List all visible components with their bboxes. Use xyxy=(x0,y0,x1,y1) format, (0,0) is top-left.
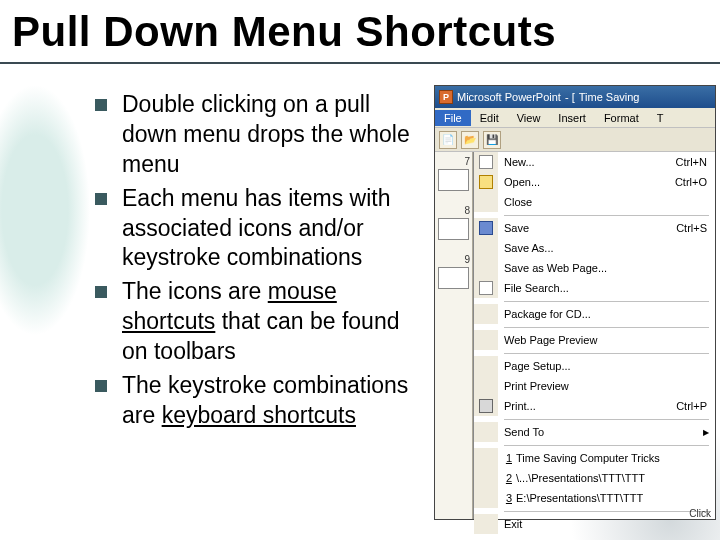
menu-item-label: Time Saving Computer Tricks xyxy=(516,452,715,464)
menu-item-save[interactable]: SaveCtrl+S xyxy=(474,218,715,238)
app-name: Microsoft PowerPoint xyxy=(457,91,561,103)
keyboard-shortcut: Ctrl+S xyxy=(676,222,715,234)
menu-item-close[interactable]: Close xyxy=(474,192,715,212)
toolbar-new-icon[interactable]: 📄 xyxy=(439,131,457,149)
slide-thumbnail[interactable] xyxy=(438,169,469,191)
keyboard-shortcut: Ctrl+N xyxy=(676,156,715,168)
menu-item-file-search[interactable]: File Search... xyxy=(474,278,715,298)
menu-item-label: Package for CD... xyxy=(504,308,715,320)
bullet-item: The icons are mouse shortcuts that can b… xyxy=(95,277,425,367)
bullet-item: Double clicking on a pull down menu drop… xyxy=(95,90,425,180)
powerpoint-screenshot: P Microsoft PowerPoint - [ Time Saving F… xyxy=(434,85,716,520)
print-icon xyxy=(479,399,493,413)
title-underline xyxy=(0,62,720,64)
underlined-term: keyboard shortcuts xyxy=(162,402,356,428)
menu-view[interactable]: View xyxy=(508,110,550,126)
toolbar-open-icon[interactable]: 📂 xyxy=(461,131,479,149)
bullet-text: The icons are mouse shortcuts that can b… xyxy=(122,277,425,367)
recent-file-number: 3 xyxy=(504,492,512,504)
menu-icon-gutter xyxy=(474,172,498,192)
search-icon xyxy=(479,281,493,295)
menu-icon-gutter xyxy=(474,396,498,416)
open-icon xyxy=(479,175,493,189)
menu-item-save-as[interactable]: Save As... xyxy=(474,238,715,258)
menu-item-print-preview[interactable]: Print Preview xyxy=(474,376,715,396)
menu-item-exit[interactable]: Exit xyxy=(474,514,715,534)
bullet-text: Double clicking on a pull down menu drop… xyxy=(122,90,425,180)
bullet-marker-icon xyxy=(95,99,107,111)
menu-format[interactable]: Format xyxy=(595,110,648,126)
menu-file[interactable]: File xyxy=(435,110,471,126)
menu-separator xyxy=(474,324,715,330)
menu-item-label: Send To xyxy=(504,426,703,438)
new-icon xyxy=(479,155,493,169)
submenu-arrow-icon: ▶ xyxy=(703,428,715,437)
menu-icon-gutter xyxy=(474,304,498,324)
menu-item-e-presentations-ttt-ttt[interactable]: 3E:\Presentations\TTT\TTT xyxy=(474,488,715,508)
menu-separator xyxy=(474,442,715,448)
menu-icon-gutter xyxy=(474,278,498,298)
slide-number: 8 xyxy=(435,205,472,216)
menu-icon-gutter xyxy=(474,356,498,376)
menu-item-save-as-web-page[interactable]: Save as Web Page... xyxy=(474,258,715,278)
slide-thumbnail[interactable] xyxy=(438,218,469,240)
menu-item-label: Exit xyxy=(504,518,715,530)
file-menu-dropdown: New...Ctrl+NOpen...Ctrl+OCloseSaveCtrl+S… xyxy=(473,152,715,519)
keyboard-shortcut: Ctrl+P xyxy=(676,400,715,412)
menu-icon-gutter xyxy=(474,330,498,350)
slide-number: 9 xyxy=(435,254,472,265)
slide-thumbnail-panel: 789 xyxy=(435,152,473,519)
menu-icon-gutter xyxy=(474,238,498,258)
menu-item-package-for-cd[interactable]: Package for CD... xyxy=(474,304,715,324)
menu-item-print[interactable]: Print...Ctrl+P xyxy=(474,396,715,416)
powerpoint-icon: P xyxy=(439,90,453,104)
menu-item-label: Save xyxy=(504,222,676,234)
toolbar-save-icon[interactable]: 💾 xyxy=(483,131,501,149)
menu-item-label: Page Setup... xyxy=(504,360,715,372)
menu-item-label: E:\Presentations\TTT\TTT xyxy=(516,492,715,504)
menu-item-open[interactable]: Open...Ctrl+O xyxy=(474,172,715,192)
menu-item-label: New... xyxy=(504,156,676,168)
menu-item-web-page-preview[interactable]: Web Page Preview xyxy=(474,330,715,350)
menu-edit[interactable]: Edit xyxy=(471,110,508,126)
bullet-marker-icon xyxy=(95,286,107,298)
menu-item-send-to[interactable]: Send To▶ xyxy=(474,422,715,442)
recent-file-number: 2 xyxy=(504,472,512,484)
menu-bar: FileEditViewInsertFormatT xyxy=(435,108,715,128)
status-text: Click xyxy=(689,508,711,519)
menu-icon-gutter xyxy=(474,258,498,278)
menu-item-new[interactable]: New...Ctrl+N xyxy=(474,152,715,172)
menu-item-page-setup[interactable]: Page Setup... xyxy=(474,356,715,376)
menu-item-label: Save as Web Page... xyxy=(504,262,715,274)
menu-icon-gutter xyxy=(474,448,498,468)
save-icon xyxy=(479,221,493,235)
recent-file-number: 1 xyxy=(504,452,512,464)
menu-item-label: \...\Presentations\TTT\TTT xyxy=(516,472,715,484)
menu-icon-gutter xyxy=(474,376,498,396)
window-titlebar: P Microsoft PowerPoint - [ Time Saving xyxy=(435,86,715,108)
menu-item-label: Save As... xyxy=(504,242,715,254)
menu-item-label: Web Page Preview xyxy=(504,334,715,346)
menu-item-label: File Search... xyxy=(504,282,715,294)
menu-item-label: Print... xyxy=(504,400,676,412)
menu-icon-gutter xyxy=(474,218,498,238)
menu-icon-gutter xyxy=(474,192,498,212)
menu-icon-gutter xyxy=(474,468,498,488)
menu-icon-gutter xyxy=(474,422,498,442)
menu-insert[interactable]: Insert xyxy=(549,110,595,126)
menu-item-label: Close xyxy=(504,196,715,208)
menu-separator xyxy=(474,350,715,356)
bullet-marker-icon xyxy=(95,380,107,392)
bullet-list: Double clicking on a pull down menu drop… xyxy=(95,90,425,435)
menu-separator xyxy=(474,298,715,304)
menu-separator xyxy=(474,416,715,422)
document-name: Time Saving xyxy=(579,91,640,103)
menu-item-label: Print Preview xyxy=(504,380,715,392)
menu-separator xyxy=(474,212,715,218)
menu-icon-gutter xyxy=(474,488,498,508)
slide-thumbnail[interactable] xyxy=(438,267,469,289)
menu-item-time-saving-computer-tricks[interactable]: 1Time Saving Computer Tricks xyxy=(474,448,715,468)
menu-t[interactable]: T xyxy=(648,110,673,126)
menu-item-presentations-ttt-ttt[interactable]: 2\...\Presentations\TTT\TTT xyxy=(474,468,715,488)
menu-separator xyxy=(474,508,715,514)
